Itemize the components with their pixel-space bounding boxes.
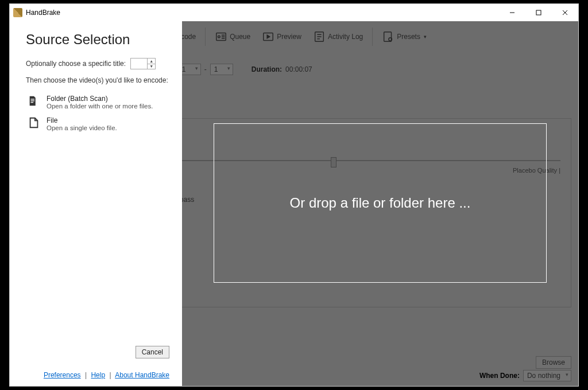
- drop-zone[interactable]: Or drop a file or folder here ...: [214, 123, 547, 283]
- folder-icon: [28, 95, 40, 107]
- source-option-folder[interactable]: Folder (Batch Scan) Open a folder with o…: [26, 91, 169, 113]
- folder-desc: Open a folder with one or more files.: [47, 103, 153, 110]
- source-option-file[interactable]: File Open a single video file.: [26, 113, 169, 135]
- maximize-button[interactable]: [525, 4, 552, 21]
- svg-rect-1: [536, 10, 541, 15]
- close-icon: [562, 10, 568, 15]
- spinner-down-icon[interactable]: ▼: [148, 64, 155, 69]
- preferences-link[interactable]: Preferences: [44, 371, 81, 379]
- about-link[interactable]: About HandBrake: [115, 371, 169, 379]
- window-buttons: [499, 4, 578, 21]
- titlebar: HandBrake: [10, 4, 578, 21]
- spinner-up-icon[interactable]: ▲: [148, 58, 155, 64]
- svg-rect-12: [31, 102, 34, 103]
- source-selection-heading: Source Selection: [26, 32, 169, 48]
- file-desc: Open a single video file.: [47, 124, 117, 131]
- cancel-button[interactable]: Cancel: [136, 346, 169, 358]
- svg-rect-10: [31, 99, 34, 99]
- svg-rect-11: [31, 100, 34, 101]
- app-icon: [13, 8, 22, 17]
- folder-title: Folder (Batch Scan): [47, 95, 153, 103]
- title-hint: Optionally choose a specific title:: [26, 60, 126, 68]
- minimize-button[interactable]: [499, 4, 525, 21]
- app-title: HandBrake: [26, 9, 60, 17]
- minimize-icon: [509, 10, 515, 15]
- drop-zone-text: Or drop a file or folder here ...: [290, 195, 471, 211]
- title-hint-row: Optionally choose a specific title: ▲▼: [26, 58, 169, 69]
- maximize-icon: [536, 10, 541, 15]
- help-link[interactable]: Help: [91, 371, 105, 379]
- title-spinner[interactable]: ▲▼: [130, 58, 156, 69]
- file-title: File: [47, 116, 117, 124]
- close-button[interactable]: [552, 4, 578, 21]
- source-selection-panel: Source Selection Optionally choose a spe…: [10, 21, 182, 386]
- encode-hint: Then choose the video(s) you'd like to e…: [26, 76, 169, 84]
- file-icon: [28, 116, 40, 129]
- footer-links: Preferences | Help | About HandBrake: [26, 368, 169, 379]
- app-window: HandBrake Open Source Add to Queue Start…: [9, 3, 579, 387]
